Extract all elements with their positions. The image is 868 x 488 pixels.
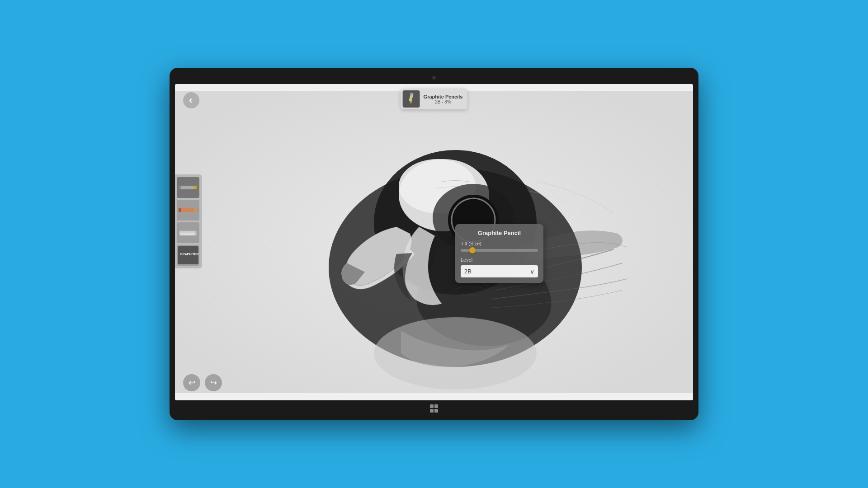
svg-marker-39	[195, 231, 197, 235]
tool-panel: Graphite Pencil Tilt (Size) Level 9H8H7H…	[455, 224, 543, 283]
device-frame: Graphite Pencils 2B - 8%	[170, 68, 698, 420]
tool-colored-pencil[interactable]	[177, 200, 199, 221]
brush-sub: 2B - 8%	[424, 99, 463, 104]
brush-tooltip[interactable]: Graphite Pencils 2B - 8%	[401, 89, 467, 109]
svg-text:GRAPHITER: GRAPHITER	[180, 253, 198, 256]
brush-tooltip-icon	[403, 90, 420, 108]
bottom-controls: ↩ ↪	[183, 374, 222, 391]
screen: Graphite Pencils 2B - 8%	[175, 84, 693, 400]
tool-panel-title: Graphite Pencil	[461, 230, 538, 236]
tilt-label: Tilt (Size)	[461, 241, 538, 246]
tool-eraser[interactable]	[177, 222, 199, 243]
windows-logo-q2	[434, 404, 438, 408]
eagle-drawing	[175, 84, 693, 400]
level-dropdown-wrapper: 9H8H7H6H 5H4H3H2H HHBB2B 3B4B5B6B 7B8B9B…	[461, 265, 538, 277]
tool-graphite-pencil[interactable]	[177, 177, 199, 198]
windows-logo-q3	[430, 409, 434, 413]
tilt-slider-thumb[interactable]	[469, 247, 476, 253]
undo-button[interactable]: ↩	[183, 374, 200, 391]
brush-tooltip-text: Graphite Pencils 2B - 8%	[424, 94, 463, 104]
left-toolbar: GRAPHITER	[175, 174, 202, 268]
svg-rect-32	[179, 208, 194, 212]
windows-logo[interactable]	[430, 404, 438, 413]
svg-rect-35	[179, 208, 181, 212]
level-dropdown[interactable]: 9H8H7H6H 5H4H3H2H HHBB2B 3B4B5B6B 7B8B9B	[461, 265, 538, 277]
tool-graphiter[interactable]: GRAPHITER	[177, 245, 199, 266]
brush-name: Graphite Pencils	[424, 94, 463, 99]
undo-icon: ↩	[189, 378, 195, 388]
windows-logo-q4	[434, 409, 438, 413]
device-top-bar	[175, 73, 693, 82]
canvas-area[interactable]: Graphite Pencils 2B - 8%	[175, 84, 693, 400]
level-label: Level	[461, 257, 538, 263]
redo-button[interactable]: ↪	[205, 374, 222, 391]
windows-taskbar	[175, 402, 693, 415]
tilt-slider-container: Tilt (Size)	[461, 241, 538, 252]
back-button[interactable]	[183, 92, 199, 108]
redo-icon: ↪	[210, 378, 217, 388]
svg-rect-26	[179, 186, 194, 189]
svg-rect-30	[179, 186, 181, 189]
windows-logo-q1	[430, 404, 434, 408]
device-camera	[432, 76, 436, 80]
svg-rect-38	[179, 231, 196, 233]
tilt-slider-track[interactable]	[461, 249, 538, 252]
